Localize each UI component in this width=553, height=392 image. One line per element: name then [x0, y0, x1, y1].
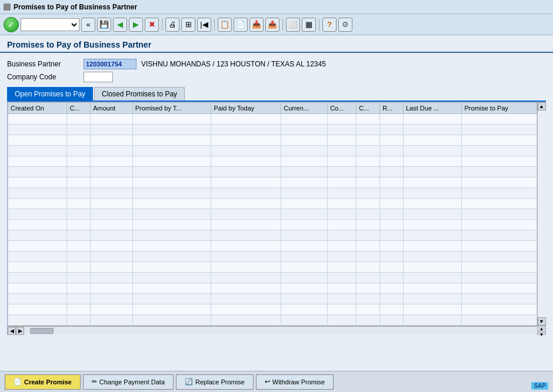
scroll-left-btn[interactable]: ◀ [8, 327, 16, 335]
tabs-container: Open Promises to Pay Closed Promises to … [7, 87, 546, 102]
scroll-track-v[interactable] [538, 110, 546, 317]
corner-down[interactable]: ▼ [538, 332, 545, 337]
divider1 [162, 19, 162, 31]
table-row [8, 135, 537, 146]
replace-promise-icon: 🔄 [185, 378, 193, 386]
confirm-btn[interactable]: ✓ [4, 17, 19, 32]
table-row [8, 167, 537, 177]
table-row [8, 220, 537, 230]
col-c2: C... [357, 103, 380, 114]
col-currency: Curren... [281, 103, 328, 114]
table-row [8, 230, 537, 241]
horizontal-scrollbar: ◀ ▶ [8, 326, 537, 334]
replace-promise-label: Replace Promise [195, 378, 245, 386]
layout-btn1[interactable]: ⬜ [286, 18, 300, 32]
table-row [8, 146, 537, 156]
title-bar-text: Promises to Pay of Business Partner [14, 3, 137, 11]
app-title: Promises to Pay of Business Partner [0, 35, 553, 53]
save-btn[interactable]: 💾 [97, 18, 111, 32]
table-row [8, 177, 537, 188]
change-payment-icon: ✏ [92, 378, 97, 386]
grid-container: Created On C... Amount Promised by T... … [7, 102, 546, 335]
insert-btn[interactable]: 📥 [249, 18, 264, 32]
company-code-label: Company Code [7, 73, 84, 81]
table-row [8, 262, 537, 273]
business-partner-name: VISHNU MOHANDAS / 123 HOUSTON / TEXAS AL… [141, 60, 326, 68]
tab-closed-promises[interactable]: Closed Promises to Pay [94, 87, 185, 100]
delete-btn[interactable]: 📤 [265, 18, 279, 32]
withdraw-promise-btn[interactable]: ↩ Withdraw Promise [256, 374, 334, 390]
corner-up[interactable]: ▲ [538, 326, 545, 332]
company-code-input[interactable] [84, 72, 113, 82]
inner-content: Business Partner VISHNU MOHANDAS / 123 H… [0, 53, 553, 341]
table-row [8, 315, 537, 326]
first-btn[interactable]: |◀ [197, 18, 211, 32]
table-row [8, 209, 537, 220]
col-r: R... [380, 103, 404, 114]
back-nav-btn[interactable]: « [81, 18, 95, 32]
scroll-up-btn[interactable]: ▲ [538, 102, 546, 110]
scroll-right-btn-inner[interactable]: ▶ [16, 327, 24, 335]
table-row [8, 241, 537, 252]
table-row [8, 199, 537, 209]
col-promised-by: Promised by T... [132, 103, 211, 114]
divider3 [282, 19, 283, 31]
toolbar: ✓ « 💾 ◀ ▶ ✖ 🖨 ⊞ |◀ 📋 📄 📥 📤 ⬜ ▦ ? ⚙ [0, 14, 553, 35]
col-co: Co... [328, 103, 357, 114]
change-payment-label: Change Payment Data [99, 378, 165, 386]
vertical-scrollbar: ▲ ▼ [537, 102, 545, 326]
create-promise-label: Create Promise [24, 378, 72, 386]
title-bar: Promises to Pay of Business Partner [0, 0, 553, 14]
table-row [8, 156, 537, 167]
corner-btns: ▲ ▼ [538, 326, 545, 334]
col-amount: Amount [91, 103, 133, 114]
withdraw-promise-label: Withdraw Promise [272, 378, 325, 386]
divider2 [214, 19, 215, 31]
find-btn[interactable]: ⊞ [181, 18, 195, 32]
table-row [8, 125, 537, 135]
table-row [8, 294, 537, 304]
business-partner-input[interactable] [84, 59, 136, 69]
create-promise-icon: 📄 [14, 378, 22, 386]
tab-open-promises[interactable]: Open Promises to Pay [7, 87, 93, 100]
toolbar-dropdown[interactable] [21, 18, 79, 31]
divider4 [319, 19, 319, 31]
business-partner-row: Business Partner VISHNU MOHANDAS / 123 H… [7, 59, 546, 69]
copy-btn[interactable]: 📋 [218, 18, 232, 32]
table-header-row: Created On C... Amount Promised by T... … [8, 103, 537, 114]
col-last-due: Last Due ... [403, 103, 462, 114]
grid-scroll-area: Created On C... Amount Promised by T... … [8, 102, 545, 326]
scroll-down-btn[interactable]: ▼ [538, 317, 546, 326]
business-partner-label: Business Partner [7, 60, 84, 68]
table-row [8, 252, 537, 262]
create-promise-btn[interactable]: 📄 Create Promise [5, 374, 81, 390]
app-icon [4, 4, 11, 11]
scroll-thumb-h [30, 328, 54, 334]
table-row [8, 114, 537, 125]
cancel-btn[interactable]: ✖ [145, 18, 159, 32]
nav-back-btn[interactable]: ◀ [113, 18, 127, 32]
settings-btn[interactable]: ⚙ [338, 18, 352, 32]
print-btn[interactable]: 🖨 [165, 18, 179, 32]
table-row [8, 188, 537, 199]
grid-main: Created On C... Amount Promised by T... … [8, 102, 537, 326]
table-row [8, 304, 537, 315]
replace-promise-btn[interactable]: 🔄 Replace Promise [176, 374, 254, 390]
data-table: Created On C... Amount Promised by T... … [8, 102, 537, 326]
nav-fwd-btn[interactable]: ▶ [129, 18, 143, 32]
scroll-corner: ▲ ▼ [537, 326, 545, 334]
layout-btn2[interactable]: ▦ [302, 18, 316, 32]
help-btn[interactable]: ? [322, 18, 337, 32]
scroll-track-h[interactable] [24, 327, 537, 335]
col-created-on: Created On [8, 103, 67, 114]
table-row [8, 273, 537, 283]
table-row [8, 283, 537, 294]
content-wrapper: Promises to Pay of Business Partner Busi… [0, 35, 553, 392]
col-paid-by-today: Paid by Today [211, 103, 281, 114]
bottom-toolbar: 📄 Create Promise ✏ Change Payment Data 🔄… [0, 371, 553, 392]
sap-logo: SAP [531, 382, 548, 390]
company-code-row: Company Code [7, 72, 546, 82]
paste-btn[interactable]: 📄 [234, 18, 248, 32]
bottom-scroll-area: ◀ ▶ ▲ ▼ [8, 326, 545, 334]
change-payment-btn[interactable]: ✏ Change Payment Data [83, 374, 174, 390]
